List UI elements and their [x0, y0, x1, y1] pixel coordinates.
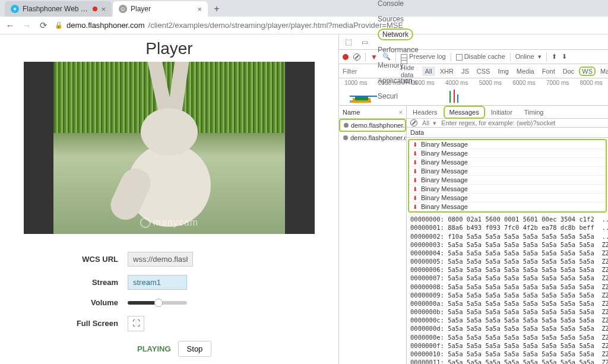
devtools-tab-console[interactable]: Console — [373, 0, 423, 11]
filter-type-font[interactable]: Font — [539, 67, 558, 76]
network-filter-input[interactable] — [343, 68, 396, 75]
search-icon[interactable]: 🔍 — [382, 53, 391, 61]
tab-label: Flashphoner Web Call Server — [23, 5, 89, 13]
message-row[interactable]: ⬇Binary Message — [409, 158, 606, 167]
message-row[interactable]: ⬇Binary Message — [409, 176, 606, 185]
devtools-tab-network[interactable]: Network — [373, 27, 423, 42]
network-timeline[interactable]: 1000 ms2000 ms3000 ms4000 ms5000 ms6000 … — [339, 78, 608, 106]
devtools-device-icon[interactable]: ▭ — [357, 34, 373, 50]
clear-messages-icon[interactable] — [410, 119, 417, 126]
fullscreen-button[interactable]: ⛶ — [128, 316, 144, 331]
message-label: Binary Message — [421, 141, 468, 148]
record-icon[interactable] — [343, 54, 349, 60]
recording-indicator-icon — [93, 7, 97, 11]
video-frame: manycam — [53, 62, 285, 234]
message-regex-input[interactable] — [441, 119, 604, 126]
tab-label: Player — [131, 5, 194, 13]
disable-cache-checkbox[interactable]: Disable cache — [456, 53, 505, 61]
stream-label: Stream — [56, 278, 128, 287]
wcs-url-label: WCS URL — [56, 255, 128, 264]
message-row[interactable]: ⬇Binary Message — [409, 194, 606, 202]
tab-close-icon[interactable]: × — [101, 5, 106, 14]
devtools-tab-sources[interactable]: Sources — [373, 11, 423, 27]
messages-toolbar: All ▾ — [407, 119, 608, 128]
filter-type-ws[interactable]: WS — [579, 67, 596, 76]
hex-dump[interactable]: 00000000: 0800 02a1 5600 0001 5601 00ec … — [407, 214, 608, 364]
message-label: Binary Message — [421, 159, 468, 166]
incoming-arrow-icon: ⬇ — [413, 186, 417, 192]
timeline-tick: 3000 ms — [406, 80, 440, 86]
tab-favicon-icon: ● — [11, 5, 19, 13]
message-row[interactable]: ⬇Binary Message — [409, 149, 606, 158]
url-host: demo.flashphoner.com — [66, 21, 145, 30]
filter-type-xhr[interactable]: XHR — [437, 67, 457, 76]
stream-input[interactable] — [128, 275, 187, 290]
message-label: Binary Message — [421, 203, 468, 210]
incoming-arrow-icon: ⬇ — [413, 150, 417, 157]
new-tab-button[interactable]: + — [209, 1, 224, 17]
message-label: Binary Message — [421, 176, 468, 183]
nav-reload-icon[interactable]: ⟳ — [38, 20, 49, 31]
request-row[interactable]: demo.flashphoner.com — [339, 132, 406, 144]
throttle-select[interactable]: Online ▾ — [515, 53, 542, 61]
request-row[interactable]: demo.flashphoner.c... — [339, 119, 406, 132]
filter-type-img[interactable]: Img — [495, 67, 511, 76]
player-status: PLAYING — [137, 344, 171, 353]
incoming-arrow-icon: ⬇ — [413, 159, 417, 166]
message-row[interactable]: ⬇Binary Message — [409, 167, 606, 176]
page-content: Player manycam WCS URL Stream — [0, 34, 338, 364]
filter-type-media[interactable]: Media — [514, 67, 537, 76]
browser-tab-active[interactable]: ⊙ Player × — [113, 1, 208, 17]
request-detail: HeadersMessagesInitiatorTiming All ▾ Dat… — [407, 106, 608, 364]
url-path: /client2/examples/demo/streaming/player/… — [148, 21, 404, 30]
message-label: Binary Message — [421, 194, 468, 201]
nav-back-icon[interactable]: ← — [5, 20, 15, 30]
message-filter-select[interactable]: All ▾ — [422, 119, 436, 127]
message-row[interactable]: ⬇Binary Message — [409, 202, 606, 211]
tab-favicon-icon: ⊙ — [119, 5, 127, 13]
filter-icon[interactable]: ▼ — [370, 53, 378, 61]
bunny-image — [110, 96, 229, 227]
filter-type-doc[interactable]: Doc — [560, 67, 578, 76]
request-list: Name× demo.flashphoner.c...demo.flashpho… — [339, 106, 407, 364]
devtools-inspect-icon[interactable]: ⬚ — [340, 34, 357, 50]
filter-type-css[interactable]: CSS — [474, 67, 493, 76]
clear-icon[interactable] — [353, 53, 360, 61]
network-filter-bar: Hide data URLs AllXHRJSCSSImgMediaFontDo… — [339, 64, 608, 78]
fullscreen-label: Full Screen — [56, 319, 128, 328]
filter-type-js[interactable]: JS — [458, 67, 472, 76]
timeline-tick: 7000 ms — [541, 80, 575, 86]
filter-type-manifest[interactable]: Manifest — [597, 67, 608, 76]
video-player[interactable]: manycam — [24, 62, 315, 234]
detail-tab-headers[interactable]: Headers — [407, 106, 444, 119]
watermark: manycam — [140, 217, 198, 228]
message-row[interactable]: ⬇Binary Message — [409, 140, 606, 149]
timeline-tick: 8000 ms — [574, 80, 608, 86]
filter-type-all[interactable]: All — [422, 67, 435, 76]
volume-slider[interactable] — [128, 301, 187, 305]
detail-tab-initiator[interactable]: Initiator — [485, 106, 518, 119]
page-title: Player — [145, 39, 192, 58]
url-input[interactable]: 🔒 demo.flashphoner.com/client2/examples/… — [55, 21, 603, 30]
timeline-tick: 4000 ms — [440, 80, 474, 86]
message-row[interactable]: ⬇Binary Message — [409, 185, 606, 194]
timeline-tick: 2000 ms — [373, 80, 407, 86]
status-dot-icon — [344, 123, 349, 128]
detail-tab-timing[interactable]: Timing — [518, 106, 550, 119]
close-panel-icon[interactable]: × — [399, 109, 403, 116]
address-bar: ← → ⟳ 🔒 demo.flashphoner.com/client2/exa… — [0, 17, 608, 34]
manycam-logo-icon — [140, 217, 151, 228]
download-icon[interactable]: ⬇ — [562, 53, 567, 61]
stop-button[interactable]: Stop — [178, 341, 212, 357]
incoming-arrow-icon: ⬇ — [413, 204, 417, 210]
wcs-url-input[interactable] — [128, 252, 193, 267]
browser-tab-strip: ● Flashphoner Web Call Server × ⊙ Player… — [0, 0, 608, 17]
browser-tab[interactable]: ● Flashphoner Web Call Server × — [5, 1, 112, 17]
nav-forward-icon[interactable]: → — [21, 20, 32, 30]
detail-tab-messages[interactable]: Messages — [444, 106, 485, 119]
tab-close-icon[interactable]: × — [197, 5, 202, 14]
incoming-arrow-icon: ⬇ — [413, 141, 417, 148]
upload-icon[interactable]: ⬆ — [552, 53, 557, 61]
message-label: Binary Message — [421, 150, 468, 157]
message-label: Binary Message — [421, 167, 468, 175]
